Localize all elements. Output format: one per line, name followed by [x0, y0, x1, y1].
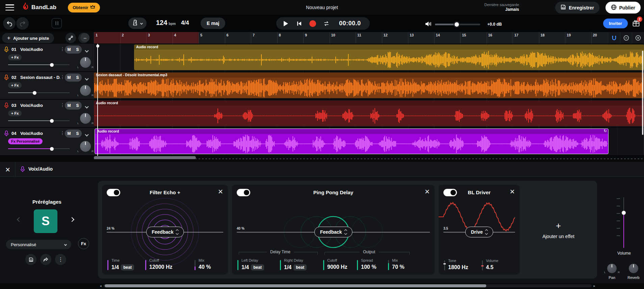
param-slider[interactable] [145, 260, 146, 270]
track-collapse-button[interactable] [85, 103, 88, 109]
param-left-delay[interactable]: Left Delay1/4beat [237, 259, 280, 270]
metronome-button[interactable] [128, 18, 147, 29]
param-slider[interactable] [107, 260, 108, 270]
timeline-ruler[interactable]: 1234567891011121314151617181920 [94, 32, 644, 44]
param-value[interactable]: 9000 Hz [327, 264, 347, 270]
master-volume-slider[interactable] [435, 24, 480, 25]
preset-next-button[interactable] [70, 218, 75, 223]
track-volume-fader[interactable] [8, 64, 70, 65]
track-volume-fader[interactable] [8, 120, 70, 121]
param-unit-chip[interactable]: beat [293, 264, 307, 270]
track-mic-icon[interactable] [4, 47, 9, 54]
reverb-knob[interactable] [629, 264, 638, 273]
param-slider[interactable] [444, 260, 445, 270]
pan-knob[interactable]: LR [80, 57, 91, 68]
param-cutoff[interactable]: Cutoff9000 Hz [323, 259, 357, 270]
track-mic-icon[interactable] [4, 131, 9, 138]
zoom-out-button[interactable] [620, 32, 632, 44]
param-spread[interactable]: Spread100 % [357, 259, 388, 270]
audio-clip-1[interactable]: Audio record [134, 45, 644, 70]
track-row-03[interactable]: 03Voix/Audio⋮MS+ FxLR [0, 100, 94, 128]
record-button[interactable] [306, 17, 319, 30]
save-button[interactable]: Enregistrer [555, 2, 599, 13]
param-value[interactable]: 70 % [392, 264, 404, 270]
pan-knob[interactable]: LR [80, 85, 91, 96]
share-preset-button[interactable] [40, 254, 51, 265]
clip-loop-icon[interactable]: ↻ [604, 129, 607, 133]
add-track-button[interactable]: + Ajouter une piste [2, 33, 54, 43]
track-volume-fader[interactable] [8, 148, 70, 149]
zoom-in-button[interactable] [632, 32, 644, 44]
param-value[interactable]: 100 % [361, 264, 376, 270]
obtain-button[interactable]: Obtenir [68, 3, 100, 12]
save-preset-button[interactable] [25, 254, 36, 265]
track-row-04[interactable]: 04Voix/Audio⋮MSFx PersonnaliséLR [0, 128, 94, 156]
track-volume-fader[interactable] [8, 92, 70, 93]
audio-clip-4[interactable]: Audio record↻ [95, 128, 609, 154]
fx-scrollbar-thumb[interactable] [105, 284, 486, 287]
redo-button[interactable] [16, 17, 29, 30]
param-mix[interactable]: Mix40 % [195, 259, 224, 270]
add-effect-button[interactable]: +Ajouter un effet [524, 185, 593, 274]
track-menu-icon[interactable]: ⋮ [60, 102, 65, 108]
tuner-icon[interactable] [66, 33, 76, 43]
param-unit-chip[interactable]: beat [251, 264, 264, 270]
track-menu-icon[interactable]: ⋮ [60, 130, 65, 136]
track-row-01[interactable]: 01Voix/Audio⋮MS+ FxLR [0, 44, 94, 72]
scroll-right-icon[interactable]: ▸ [592, 284, 597, 288]
param-slider[interactable] [323, 260, 324, 270]
param-value[interactable]: 1/4beat [284, 264, 307, 270]
track-fx-chip[interactable]: + Fx [8, 82, 22, 88]
track-row-02[interactable]: 02Sexion dassaut - D...⋮MS+ FxLR [0, 72, 94, 100]
rewind-button[interactable] [292, 17, 306, 30]
solo-button[interactable]: S [73, 102, 82, 110]
param-value[interactable]: 1/4beat [111, 264, 134, 270]
param-slider[interactable] [482, 260, 483, 270]
param-unit-chip[interactable]: beat [121, 264, 134, 270]
gift-button[interactable]: 2 [632, 19, 640, 28]
pan-knob[interactable]: L R [607, 264, 617, 273]
track-collapse-button[interactable] [85, 75, 88, 81]
param-volume[interactable]: Volume4.5 [482, 259, 512, 270]
mute-button[interactable]: M [65, 129, 73, 138]
param-slider[interactable] [357, 260, 358, 270]
track-collapse-button[interactable] [85, 131, 88, 137]
scroll-left-icon[interactable]: ◂ [98, 284, 103, 288]
close-icon[interactable]: ✕ [3, 165, 12, 174]
track-menu-icon[interactable]: ⋮ [60, 74, 65, 80]
bpm-control[interactable]: 124bpm [156, 19, 176, 27]
mute-button[interactable]: M [65, 102, 73, 110]
param-slider[interactable] [280, 260, 281, 270]
invite-button[interactable]: Inviter [603, 19, 628, 28]
time-signature[interactable]: 4/4 [181, 20, 189, 26]
param-value[interactable]: 1/4beat [241, 264, 264, 270]
pan-knob[interactable]: LR [80, 113, 91, 124]
grid-view-toggle[interactable] [52, 18, 62, 28]
track-volume-slider[interactable] [623, 197, 624, 248]
vertical-scrollbar[interactable] [642, 51, 643, 135]
param-value[interactable]: 12000 Hz [149, 264, 173, 270]
effect-mode-button[interactable]: Drive [465, 227, 493, 237]
track-fx-chip[interactable]: + Fx [8, 110, 22, 116]
solo-button[interactable]: S [73, 129, 82, 138]
track-fx-chip[interactable]: Fx Personnalisé [8, 138, 43, 144]
param-tone[interactable]: Tone1800 Hz [444, 259, 482, 270]
bandlab-logo[interactable]: BandLab [22, 3, 56, 12]
audio-clip-2[interactable]: Sexion dassaut - Désolé Instrumental.mp3 [94, 73, 644, 98]
audio-clip-3[interactable]: Audio record [94, 100, 644, 126]
track-mic-icon[interactable] [4, 103, 9, 110]
preset-select[interactable]: Personnalisé [6, 240, 71, 249]
track-fx-chip[interactable]: + Fx [8, 54, 22, 60]
playhead[interactable] [97, 44, 98, 156]
param-mix[interactable]: Mix70 % [388, 259, 415, 270]
loop-button[interactable] [319, 17, 333, 30]
param-value[interactable]: 1800 Hz [448, 265, 468, 270]
solo-button[interactable]: S [73, 46, 82, 54]
param-value[interactable]: 40 % [199, 264, 211, 270]
pan-knob[interactable]: LR [80, 141, 91, 152]
param-right-delay[interactable]: Right Delay1/4beat [280, 259, 323, 270]
param-value[interactable]: 4.5 [486, 265, 498, 270]
fx-badge-button[interactable]: Fx [78, 238, 89, 249]
param-slider[interactable] [388, 260, 389, 270]
effect-mode-button[interactable]: Feedback [146, 227, 184, 237]
